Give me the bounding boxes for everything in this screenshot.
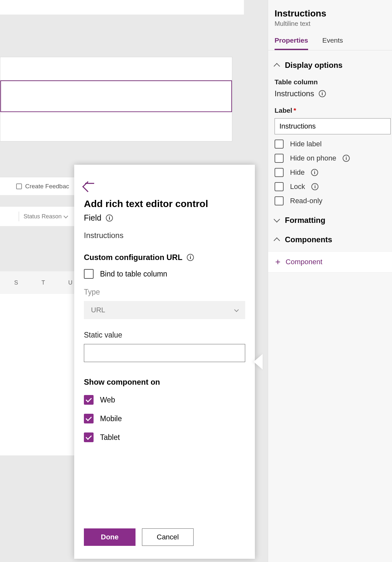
- section-components[interactable]: Components: [268, 225, 392, 244]
- info-icon[interactable]: i: [311, 183, 318, 190]
- checkbox[interactable]: [275, 182, 284, 191]
- check-label: Read-only: [290, 197, 322, 205]
- table-column-text: Instructions: [275, 89, 314, 98]
- checkbox[interactable]: [275, 168, 284, 177]
- section-label: Formatting: [285, 216, 325, 225]
- toolbar-item-label: Create Feedbac: [25, 183, 69, 190]
- section-label: Display options: [285, 61, 343, 70]
- checkbox[interactable]: [275, 140, 284, 149]
- check-label: Hide: [290, 168, 305, 177]
- check-label: Hide label: [290, 140, 322, 148]
- check-hide-on-phone[interactable]: Hide on phone i: [268, 149, 392, 163]
- chevron-up-icon: [274, 237, 280, 244]
- modal-field-value: Instructions: [84, 231, 245, 240]
- gear-icon: [16, 183, 22, 189]
- form-preview: [0, 57, 232, 141]
- info-icon[interactable]: i: [106, 214, 113, 222]
- check-label: Lock: [290, 182, 305, 191]
- grid-col[interactable]: T: [30, 279, 57, 286]
- chevron-down-icon: [274, 216, 280, 223]
- done-button[interactable]: Done: [84, 528, 136, 546]
- panel-subtitle: Multiline text: [268, 19, 392, 27]
- config-url-header: Custom configuration URL i: [84, 253, 245, 262]
- type-label: Type: [84, 288, 245, 297]
- type-select[interactable]: URL: [84, 301, 245, 319]
- field-label: Field: [84, 213, 101, 223]
- add-control-modal: Add rich text editor control Field i Ins…: [74, 165, 255, 559]
- label-input[interactable]: [275, 118, 391, 134]
- info-icon[interactable]: i: [319, 90, 326, 97]
- chevron-up-icon: [274, 63, 280, 69]
- modal-title: Add rich text editor control: [84, 198, 245, 209]
- check-hide[interactable]: Hide i: [268, 163, 392, 177]
- chevron-down-icon: [64, 213, 68, 218]
- form-row[interactable]: [0, 57, 232, 80]
- modal-field-row: Field i: [84, 213, 245, 223]
- add-component-label: Component: [286, 258, 322, 266]
- properties-panel: Instructions Multiline text Properties E…: [268, 0, 392, 562]
- tab-properties[interactable]: Properties: [275, 36, 308, 50]
- checkbox-checked[interactable]: [84, 395, 94, 405]
- platform-tablet-row[interactable]: Tablet: [84, 432, 245, 442]
- checkbox-checked[interactable]: [84, 414, 94, 423]
- platform-label: Web: [100, 396, 115, 404]
- label-field-label: Label*: [268, 98, 392, 114]
- grid-col[interactable]: S: [3, 279, 30, 286]
- tab-events[interactable]: Events: [322, 36, 343, 50]
- panel-title: Instructions: [268, 0, 392, 19]
- bind-to-column-row[interactable]: Bind to table column: [84, 269, 245, 279]
- platform-label: Mobile: [100, 414, 122, 423]
- modal-footer: Done Cancel: [84, 528, 194, 546]
- config-url-label: Custom configuration URL: [84, 253, 182, 262]
- static-value-label: Static value: [84, 331, 245, 339]
- platform-label: Tablet: [100, 433, 120, 442]
- info-icon[interactable]: i: [187, 254, 194, 261]
- static-value-input[interactable]: [84, 344, 245, 362]
- chevron-down-icon: [234, 307, 239, 312]
- panel-tabs: Properties Events: [268, 27, 392, 50]
- check-hide-label[interactable]: Hide label: [268, 134, 392, 149]
- form-row-selected[interactable]: [0, 80, 232, 112]
- check-lock[interactable]: Lock i: [268, 177, 392, 191]
- checkbox-checked[interactable]: [84, 432, 94, 442]
- plus-icon: +: [275, 257, 280, 267]
- required-indicator: *: [294, 107, 296, 114]
- platform-mobile-row[interactable]: Mobile: [84, 414, 245, 423]
- cancel-button[interactable]: Cancel: [142, 528, 194, 546]
- divider: [19, 212, 19, 221]
- checkbox[interactable]: [275, 196, 284, 205]
- platform-web-row[interactable]: Web: [84, 395, 245, 405]
- section-display-options[interactable]: Display options: [268, 50, 392, 70]
- show-component-header: Show component on: [84, 378, 245, 387]
- label-text: Label: [275, 107, 292, 114]
- back-arrow-icon[interactable]: [82, 181, 93, 192]
- canvas-header-strip: [0, 0, 244, 15]
- section-label: Components: [285, 235, 332, 244]
- table-column-value: Instructions i: [268, 86, 392, 98]
- info-icon[interactable]: i: [311, 169, 318, 176]
- table-column-label: Table column: [268, 70, 392, 86]
- info-icon[interactable]: i: [343, 155, 350, 162]
- bind-check-label: Bind to table column: [100, 270, 167, 278]
- check-label: Hide on phone: [290, 154, 336, 162]
- callout-pointer-icon: [254, 354, 263, 369]
- add-component-button[interactable]: + Component: [268, 251, 392, 273]
- status-label: Status Reason: [24, 213, 62, 220]
- checkbox[interactable]: [275, 154, 284, 163]
- check-read-only[interactable]: Read-only: [268, 191, 392, 205]
- checkbox[interactable]: [84, 269, 94, 279]
- form-row[interactable]: [0, 112, 232, 141]
- section-formatting[interactable]: Formatting: [268, 205, 392, 225]
- type-value: URL: [91, 306, 105, 314]
